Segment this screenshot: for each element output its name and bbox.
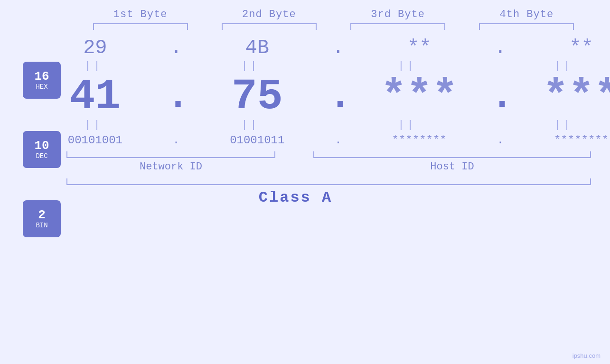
dec-dot-2: . — [328, 75, 347, 118]
host-id-bracket — [313, 151, 591, 158]
id-labels-row: Network ID Host ID — [0, 161, 610, 173]
hex-dot-3: . — [491, 37, 510, 59]
bin-dot-1: . — [167, 134, 186, 147]
dec-dot-3: . — [491, 75, 510, 118]
hex-value-2: 4B — [245, 37, 269, 59]
bin-value-1: 00101001 — [68, 134, 122, 147]
hex-row: 29 . 4B . ** . ** — [33, 37, 610, 59]
bracket-2 — [222, 23, 317, 30]
dbl-bar-6: || — [198, 119, 303, 131]
bin-cell-3: ******** — [367, 134, 471, 147]
hex-value-3: ** — [407, 37, 431, 59]
bin-cell-2: 01001011 — [205, 134, 310, 147]
bracket-1 — [93, 23, 188, 30]
dbl-bar-8: || — [512, 119, 610, 131]
dbl-bar-3: || — [355, 60, 460, 72]
dec-value-3: *** — [381, 73, 458, 121]
watermark: ipshu.com — [572, 352, 601, 359]
badges-col: 16 HEX 10 DEC 2 BIN — [23, 62, 61, 237]
badge-hex-num: 16 — [34, 70, 49, 84]
dbl-bar-2: || — [198, 60, 303, 72]
badge-dec-num: 10 — [34, 139, 49, 153]
dec-cell-2: 75 — [205, 75, 310, 118]
bottom-brackets-row — [0, 151, 610, 158]
hex-dot-1: . — [167, 37, 186, 59]
class-label: Class A — [259, 189, 332, 206]
bin-dot-3: . — [491, 134, 510, 147]
byte-labels-row: 1st Byte 2nd Byte 3rd Byte 4th Byte — [0, 9, 610, 20]
badge-hex-label: HEX — [36, 83, 47, 91]
bracket-3 — [350, 23, 445, 30]
hex-cell-4: ** — [529, 37, 610, 59]
byte-label-4: 4th Byte — [474, 9, 579, 20]
hex-cell-3: ** — [367, 37, 471, 59]
sep-row-1: || || || || — [33, 60, 610, 72]
badge-dec: 10 DEC — [23, 131, 61, 168]
dec-value-2: 75 — [232, 73, 283, 121]
dbl-bar-4: || — [512, 60, 610, 72]
badge-dec-label: DEC — [36, 152, 47, 160]
bin-value-2: 01001011 — [230, 134, 284, 147]
dec-cell-4: *** — [529, 75, 610, 118]
network-id-bracket — [66, 151, 275, 158]
hex-dot-2: . — [328, 37, 347, 59]
network-id-label: Network ID — [66, 161, 275, 173]
class-bracket — [66, 178, 591, 185]
top-brackets — [0, 23, 610, 30]
class-label-row: Class A — [0, 189, 610, 206]
byte-label-2: 2nd Byte — [217, 9, 321, 20]
hex-cell-2: 4B — [205, 37, 310, 59]
dec-value-1: 41 — [69, 73, 121, 121]
dec-cell-3: *** — [367, 75, 471, 118]
bin-value-4: ******** — [554, 134, 609, 147]
dec-row: 41 . 75 . *** . *** — [33, 75, 610, 118]
class-bracket-row — [0, 178, 610, 185]
main-container: 1st Byte 2nd Byte 3rd Byte 4th Byte 29 .… — [0, 0, 610, 364]
bin-value-3: ******** — [392, 134, 447, 147]
hex-value-4: ** — [569, 37, 593, 59]
badge-bin: 2 BIN — [23, 200, 61, 237]
sep-row-2: || || || || — [33, 119, 610, 131]
dbl-bar-7: || — [355, 119, 460, 131]
badge-hex: 16 HEX — [23, 62, 61, 99]
byte-label-1: 1st Byte — [88, 9, 193, 20]
bracket-4 — [479, 23, 574, 30]
dec-dot-1: . — [167, 75, 186, 118]
bin-cell-4: ******** — [529, 134, 610, 147]
hex-value-1: 29 — [83, 37, 107, 59]
bin-row: 00101001 . 01001011 . ******** . *******… — [33, 134, 610, 147]
byte-label-3: 3rd Byte — [346, 9, 450, 20]
bin-dot-2: . — [328, 134, 347, 147]
dec-value-4: *** — [543, 73, 610, 121]
host-id-label: Host ID — [313, 161, 591, 173]
hex-cell-1: 29 — [43, 37, 147, 59]
badge-bin-num: 2 — [38, 208, 46, 222]
badge-bin-label: BIN — [36, 222, 47, 229]
